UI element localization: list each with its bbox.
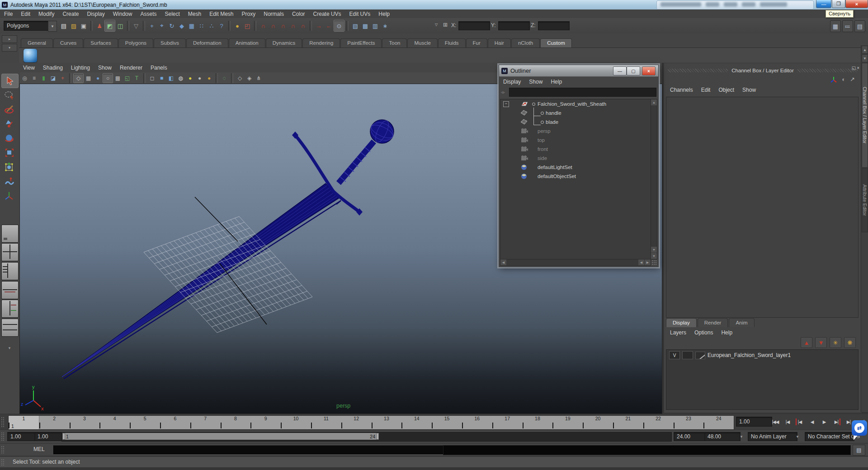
lasso-tool[interactable] (1, 88, 18, 102)
render-view-icon[interactable]: ▧ (350, 20, 360, 31)
animation-end-field[interactable]: 48.00 (704, 432, 741, 441)
anim-layer-dropdown-icon[interactable]: ▼ (737, 433, 746, 440)
use-default-material-icon[interactable]: ◍ (176, 74, 185, 83)
shelf-tab-polygons[interactable]: Polygons (118, 38, 153, 47)
toggle-channel-box-icon[interactable]: ▦ (830, 20, 841, 32)
shelf-tab-fluids[interactable]: Fluids (438, 38, 466, 47)
tree-row-blade[interactable]: blade (500, 118, 651, 127)
all-lights-icon[interactable]: ● (195, 74, 204, 83)
default-lighting-icon[interactable]: ● (185, 74, 195, 83)
outliner-search-input[interactable] (509, 88, 656, 97)
strip-down-icon[interactable]: ▼ (862, 54, 868, 62)
highlight-selection-icon[interactable]: ◰ (242, 20, 252, 31)
shelf-tab-animation[interactable]: Animation (229, 38, 265, 47)
outliner-resize-grip[interactable] (651, 260, 657, 266)
menu-create[interactable]: Create (58, 11, 83, 17)
side-tab-attribute-editor[interactable]: Attribute Editor (862, 168, 868, 232)
step-back-frame-button[interactable]: |◀ (794, 416, 806, 428)
scroll-down-icon[interactable]: ▼ (651, 253, 657, 259)
menu-edit[interactable]: Edit (17, 11, 34, 17)
current-time-field[interactable]: 1.00 (736, 417, 772, 427)
speed-icon[interactable]: ◐ (842, 76, 845, 83)
layer-tab-anim[interactable]: Anim (729, 318, 754, 327)
frame-cell-11[interactable]: 11 (311, 416, 341, 429)
range-slider-thumb[interactable]: 1 24 (62, 433, 379, 440)
shelf-item-sphere-icon[interactable] (24, 49, 37, 62)
menu-create-uvs[interactable]: Create UVs (309, 11, 345, 17)
sword-wireframe[interactable] (62, 119, 396, 379)
safe-action-icon[interactable]: ◱ (123, 74, 132, 83)
persp-outliner-layout-button[interactable] (1, 262, 19, 280)
toggle-attribute-editor-icon[interactable]: ▤ (854, 20, 865, 32)
menu-edit-mesh[interactable]: Edit Mesh (205, 11, 237, 17)
selection-mask-dropdown-icon[interactable]: ▽ (131, 20, 141, 31)
toolbox-more-arrow[interactable]: ▾ (1, 345, 18, 351)
go-to-start-button[interactable]: |◀◀ (769, 416, 781, 428)
row-grip[interactable] (1, 459, 5, 466)
y-coord-field[interactable] (498, 21, 530, 30)
shelf-menu-icon[interactable]: ▾ (2, 44, 17, 52)
axis-manip-icon[interactable] (830, 76, 837, 83)
new-empty-layer-icon[interactable]: ✳ (830, 337, 841, 348)
frame-cell-6[interactable]: 6 (160, 416, 190, 429)
move-layer-up-icon[interactable]: ▲ (801, 337, 812, 348)
panel-restore-icon[interactable]: ◱ (852, 66, 856, 70)
side-tab-channel-box[interactable]: Channel Box / Layer Editor (862, 63, 868, 168)
smooth-shade-icon[interactable]: ■ (157, 74, 166, 83)
frame-cell-15[interactable]: 15 (432, 416, 462, 429)
textured-icon[interactable]: ◧ (166, 74, 176, 83)
scroll-right-icon[interactable]: ▶ (645, 259, 651, 265)
minimize-button[interactable]: — (816, 0, 831, 8)
outliner-maximize-button[interactable]: ▢ (627, 66, 640, 75)
outliner-close-button[interactable]: × (642, 66, 656, 75)
pan-zoom-icon[interactable]: + (58, 74, 67, 83)
save-scene-icon[interactable]: ▣ (79, 20, 89, 31)
channels-menu[interactable]: Channels (666, 87, 697, 93)
shelf-tab-general[interactable]: General (21, 38, 53, 47)
symmetry-icon[interactable]: + (147, 20, 157, 31)
panel-header[interactable]: Channel Box / Layer Editor (664, 67, 861, 74)
time-ruler[interactable]: 1123456789101112131415161718192021222324 (8, 415, 734, 430)
select-object-icon[interactable]: ◩ (104, 20, 115, 32)
render-current-frame-icon[interactable]: ▩ (360, 20, 370, 31)
outliner-help-menu[interactable]: Help (547, 79, 566, 85)
menu-set-dropdown-arrow[interactable]: ▼ (48, 21, 57, 32)
channel-edit-menu[interactable]: Edit (697, 87, 715, 93)
panel-close-icon[interactable]: × (857, 66, 859, 70)
snap-to-grids-icon[interactable]: ∩ (258, 20, 268, 31)
shelf-tab-custom[interactable]: Custom (540, 38, 572, 47)
frame-cell-3[interactable]: 3 (70, 416, 100, 429)
menu-edit-uvs[interactable]: Edit UVs (345, 11, 375, 17)
snap-to-center-icon[interactable]: ∩ (298, 20, 308, 31)
surface-icon[interactable]: ◆ (177, 20, 187, 31)
layer-help-menu[interactable]: Help (717, 329, 736, 336)
film-gate-icon[interactable]: ▦ (84, 74, 93, 83)
bookmark-icon[interactable]: ▮ (39, 74, 48, 83)
frame-cell-4[interactable]: 4 (99, 416, 130, 429)
script-editor-icon[interactable]: ▤ (853, 445, 865, 456)
select-hierarchy-icon[interactable]: ♟ (94, 20, 104, 31)
new-layer-from-selected-icon[interactable]: ❋ (844, 337, 856, 348)
plugin-share-icon[interactable]: ⋔ (254, 74, 264, 83)
shelf-tab-painteffects[interactable]: PaintEffects (340, 38, 382, 47)
shelf-tab-surfaces[interactable]: Surfaces (84, 38, 118, 47)
animation-details-icon[interactable]: ⊙ (334, 20, 344, 32)
viewport-menu-lighting[interactable]: Lighting (67, 65, 94, 71)
row-grip[interactable] (1, 432, 5, 441)
mel-command-input[interactable] (53, 445, 446, 454)
select-tool[interactable] (1, 74, 19, 88)
menu-normals[interactable]: Normals (259, 11, 288, 17)
layer-tab-render[interactable]: Render (698, 318, 728, 327)
tree-row-falchion-sword[interactable]: − Falchion_Sword_with_Sheath (500, 99, 651, 108)
new-scene-icon[interactable]: ▤ (59, 20, 69, 31)
scroll-left-icon[interactable]: ◀ (500, 259, 506, 265)
expand-collapse-icon[interactable]: − (503, 101, 509, 107)
render-settings-icon[interactable]: ∗ (380, 20, 390, 31)
camera-attributes-icon[interactable]: ≡ (29, 74, 39, 83)
frame-cell-18[interactable]: 18 (523, 416, 553, 429)
frame-cell-21[interactable]: 21 (613, 416, 643, 429)
frame-cell-9[interactable]: 9 (250, 416, 281, 429)
shelf-tab-fur[interactable]: Fur (466, 38, 487, 47)
tree-row-side[interactable]: side (500, 154, 651, 163)
frame-cell-10[interactable]: 10 (281, 416, 311, 429)
